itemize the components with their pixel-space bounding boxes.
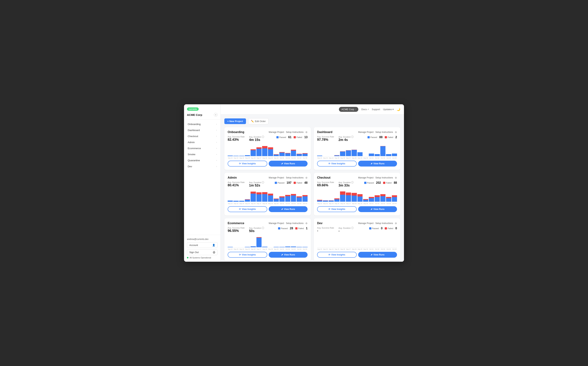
chart-date-label: Sep 24: [329, 203, 334, 204]
failed-legend: Failed: [294, 182, 302, 184]
new-project-button[interactable]: + New Project: [224, 118, 246, 124]
failed-check: [385, 136, 387, 138]
view-insights-button[interactable]: ⟳ View Insights: [228, 206, 267, 212]
chart-date-label: Oct 02: [285, 203, 290, 204]
chevron-right-icon: ›: [216, 123, 217, 125]
sidebar-item-checkout[interactable]: Checkout›: [184, 133, 221, 139]
org-switcher-chevron: ›: [355, 108, 356, 110]
sidebar-item-onboarding[interactable]: Onboarding›: [184, 121, 221, 127]
org-switcher-label: ACME Corp: [342, 108, 354, 111]
add-org-button[interactable]: +: [214, 113, 218, 117]
view-runs-button[interactable]: ⬈ View Runs: [358, 161, 397, 167]
chart-date-label: Sep 26: [340, 248, 345, 250]
settings-icon[interactable]: ⚙: [395, 131, 397, 134]
view-runs-button[interactable]: ⬈ View Runs: [269, 161, 308, 167]
view-insights-button[interactable]: ⟳ View Insights: [228, 252, 267, 258]
chart-date-label: Oct 04: [297, 248, 302, 250]
runs-icon: ⬈: [371, 253, 373, 256]
sidebar-item-ecommerce[interactable]: Ecommerce›: [184, 145, 221, 151]
view-runs-button[interactable]: ⬈ View Runs: [269, 206, 308, 212]
chart-date-label: Sep 29: [358, 248, 363, 250]
sidebar-item-dashboard[interactable]: Dashboard›: [184, 127, 221, 133]
view-insights-button[interactable]: ⟳ View Insights: [317, 252, 357, 258]
view-insights-button[interactable]: ⟳ View Insights: [317, 206, 357, 212]
passed-legend: Passed: [369, 227, 379, 229]
sidebar-item-dev[interactable]: Dev›: [184, 163, 221, 169]
legend: Passed 61 Failed 13: [276, 136, 308, 139]
docs-link[interactable]: Docs ↗: [361, 108, 369, 111]
chart-labels: Sep 22Sep 23Sep 24Sep 25Sep 26Sep 27Sep …: [317, 248, 397, 250]
theme-toggle-button[interactable]: 🌙: [397, 108, 400, 111]
view-runs-button[interactable]: ⬈ View Runs: [358, 252, 397, 258]
sidebar-item-quarantine[interactable]: Quarantine›: [184, 157, 221, 163]
bar-group: [285, 236, 290, 247]
bar-group: [256, 145, 262, 156]
view-insights-button[interactable]: ⟳ View Insights: [317, 161, 357, 167]
runs-icon: ⬈: [281, 208, 283, 210]
bar-group: [233, 145, 238, 156]
chart-date-label: Sep 27: [346, 157, 351, 159]
bar-group: [369, 145, 374, 156]
bar-group: [251, 236, 256, 247]
passed-check: [367, 136, 370, 138]
settings-icon[interactable]: ⚙: [395, 222, 397, 225]
sidebar-item-label: Quarantine: [188, 159, 200, 162]
chart-date-label: Sep 23: [323, 248, 328, 250]
chart-date-label: Sep 29: [358, 157, 363, 159]
failed-check: [294, 182, 296, 184]
manage-project-link[interactable]: Manage Project: [269, 131, 284, 133]
chart-area: [228, 144, 308, 156]
card-header: Ecommerce Manage Project Setup Instructi…: [228, 222, 308, 225]
insights-icon: ⟳: [328, 208, 330, 210]
sidebar-item-smoke[interactable]: Smoke›: [184, 151, 221, 157]
card-header: Dev Manage Project Setup Instructions ⚙: [317, 222, 397, 225]
setup-instructions-link[interactable]: Setup Instructions: [286, 222, 303, 225]
setup-instructions-link[interactable]: Setup Instructions: [375, 131, 393, 133]
setup-instructions-link[interactable]: Setup Instructions: [375, 176, 393, 179]
view-runs-button[interactable]: ⬈ View Runs: [269, 252, 308, 258]
chart-date-label: Oct 02: [375, 248, 380, 250]
external-link-icon: ↗: [367, 108, 369, 110]
view-runs-button[interactable]: ⬈ View Runs: [358, 206, 397, 212]
settings-icon[interactable]: ⚙: [305, 176, 308, 179]
setup-instructions-link[interactable]: Setup Instructions: [375, 222, 393, 225]
failed-count: 88: [394, 181, 397, 184]
manage-project-link[interactable]: Manage Project: [358, 222, 373, 225]
org-switcher[interactable]: ACME Corp ›: [339, 107, 358, 112]
support-link[interactable]: Support: [372, 108, 380, 111]
stats-row: Avg. Success Rate 69.66% Avg. Duration i…: [317, 181, 397, 187]
passed-count: 28: [290, 227, 293, 230]
settings-icon[interactable]: ⚙: [395, 176, 397, 179]
chart-date-label: Oct 01: [279, 248, 285, 250]
sidebar-item-admin[interactable]: Admin›: [184, 139, 221, 145]
card-title: Ecommerce: [228, 222, 244, 225]
edit-order-button[interactable]: ✏️ Edit Order: [248, 118, 269, 124]
account-button[interactable]: Account 👤: [187, 242, 218, 248]
chart-date-label: Sep 24: [239, 203, 244, 204]
bar-group: [245, 236, 250, 247]
manage-project-link[interactable]: Manage Project: [358, 131, 373, 133]
bar-group: [285, 145, 290, 156]
chart-date-label: Sep 28: [351, 248, 357, 250]
manage-project-link[interactable]: Manage Project: [269, 222, 284, 225]
setup-instructions-link[interactable]: Setup Instructions: [286, 176, 303, 179]
success-rate-stat: Avg. Success Rate 97.78%: [317, 136, 334, 142]
failed-check: [383, 182, 385, 184]
settings-icon[interactable]: ⚙: [305, 131, 308, 134]
view-insights-button[interactable]: ⟳ View Insights: [228, 161, 267, 167]
manage-project-link[interactable]: Manage Project: [269, 176, 284, 179]
chart-area: [317, 189, 397, 202]
chart-date-label: Sep 25: [245, 157, 250, 159]
signout-button[interactable]: Sign Out ⏻: [187, 249, 218, 255]
chart-area: [317, 144, 397, 156]
updates-link[interactable]: Updates: [383, 108, 394, 111]
chart-date-label: Oct 04: [386, 248, 391, 250]
settings-icon[interactable]: ⚙: [305, 222, 308, 225]
bar-group: [375, 236, 380, 247]
status-row: All Systems Operational: [187, 257, 218, 259]
manage-project-link[interactable]: Manage Project: [358, 176, 373, 179]
runs-icon: ⬈: [281, 162, 283, 165]
setup-instructions-link[interactable]: Setup Instructions: [286, 131, 303, 133]
user-email: andrew@currents.dev: [187, 238, 218, 240]
success-rate-value: 69.66%: [317, 183, 334, 187]
